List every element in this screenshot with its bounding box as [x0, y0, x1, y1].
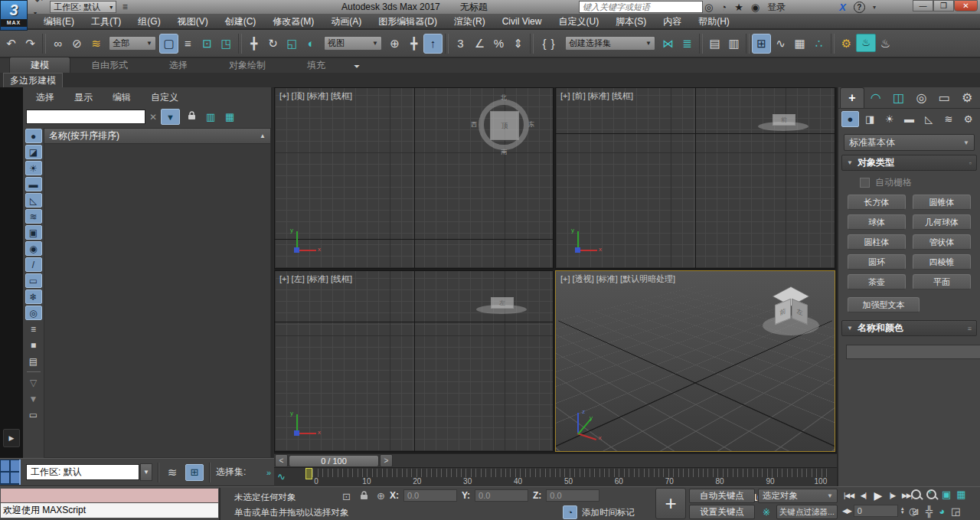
name-color-rollout-header[interactable]: ▼ 名称和颜色 ≡ [841, 320, 977, 336]
next-frame-button[interactable]: |▶ [886, 489, 899, 502]
container-icon[interactable]: ▭ [25, 407, 42, 422]
select-by-name-icon[interactable]: ≡ [178, 34, 198, 54]
orbit-icon[interactable]: ◕ [939, 505, 945, 517]
viewport-left-label[interactable]: [+] [左] [标准] [线框] [279, 273, 352, 285]
user-icon[interactable]: ◉ [751, 2, 760, 13]
toolbar-separator[interactable] [831, 34, 835, 54]
menu-item[interactable]: 脚本(S) [607, 14, 655, 29]
primitive-button[interactable]: 圆锥体 [913, 195, 971, 210]
primitive-button[interactable]: 球体 [848, 214, 906, 230]
set-keys-button[interactable]: + [655, 488, 686, 519]
frame-spinner[interactable]: ▲▼ [900, 507, 905, 515]
named-selection-dropdown[interactable]: 创建选择集▼ [565, 36, 655, 51]
display-influences-icon[interactable]: ▤ [25, 354, 42, 368]
ribbon-tab[interactable]: 建模 [9, 57, 70, 73]
redo-icon[interactable]: ↷ [21, 34, 40, 54]
align-icon[interactable]: ≣ [678, 34, 697, 54]
render-setup-icon[interactable]: ⚙ [837, 34, 856, 54]
tab-modify[interactable]: ◠ [864, 87, 887, 108]
workspace-dropdown-arrow[interactable]: ▼ [140, 463, 152, 481]
toolbar-separator[interactable] [445, 34, 449, 54]
curve-editor-icon[interactable]: ∿ [771, 34, 790, 54]
cat-helpers-icon[interactable]: ◺ [920, 111, 938, 127]
ribbon-tab[interactable]: 对象绘制 [208, 57, 286, 73]
cat-shapes-icon[interactable]: ◨ [861, 111, 879, 127]
zoom-icon[interactable] [911, 489, 921, 499]
bind-spacewarp-icon[interactable]: ≋ [87, 34, 106, 54]
percent-snap-icon[interactable]: % [489, 34, 508, 54]
primitive-button[interactable]: 茶壶 [848, 274, 906, 289]
3dsmax-logo-icon[interactable]: 3 MAX [0, 0, 28, 31]
viewport-perspective[interactable]: [+] [透视] [标准] [默认明暗处理] 前 左 z x y [555, 270, 835, 452]
viewport-perspective-label[interactable]: [+] [透视] [标准] [默认明暗处理] [560, 273, 675, 285]
material-editor-icon[interactable]: ∴ [809, 34, 828, 54]
play-button[interactable]: ▶ [871, 489, 884, 502]
primitive-button[interactable]: 圆柱体 [848, 234, 906, 250]
layer-manager-icon[interactable]: ≋ [165, 466, 180, 479]
minimize-button[interactable]: — [913, 0, 933, 11]
zoom-extents-icon[interactable]: ▣ [942, 489, 951, 500]
display-children-icon[interactable]: ≡ [25, 322, 42, 336]
sync-selection-icon[interactable]: ▦ [222, 111, 237, 123]
key-mode-toggle-icon[interactable]: ◀▶ [842, 507, 851, 515]
cat-spacewarps-icon[interactable]: ≋ [940, 111, 958, 127]
menu-item[interactable]: 编辑(E) [35, 14, 83, 29]
window-crossing-icon[interactable]: ◳ [217, 34, 236, 54]
zoom-extents-all-icon[interactable]: ▦ [956, 489, 965, 500]
primitive-button[interactable]: 管状体 [913, 234, 971, 250]
mirror-icon[interactable]: ⋈ [658, 34, 678, 54]
unlink-icon[interactable]: ⊘ [67, 34, 87, 54]
toolbar-separator[interactable] [699, 34, 703, 54]
absolute-mode-icon[interactable]: ⊕ [377, 490, 385, 502]
clear-search-icon[interactable]: ✕ [149, 112, 157, 123]
select-scale-icon[interactable]: ◱ [283, 34, 302, 54]
viewcube-top-face[interactable]: 顶 [490, 111, 519, 140]
display-frozen-icon[interactable]: ❄ [25, 289, 42, 304]
display-geometry-icon[interactable]: ● [25, 129, 42, 143]
maximize-viewport-icon[interactable]: ◲ [951, 505, 960, 517]
scene-explorer-toggle-icon[interactable]: ⊞ [185, 464, 204, 481]
cat-lights-icon[interactable]: ☀ [880, 111, 898, 127]
maxscript-mini-listener[interactable]: 欢迎使用 MAXScript [0, 488, 220, 520]
toolbar-separator[interactable] [530, 34, 534, 54]
rollout-menu-icon[interactable]: ≡ [968, 325, 972, 332]
primitive-button[interactable]: 圆环 [848, 254, 906, 270]
pick-parent-icon[interactable]: ▥ [203, 111, 218, 123]
viewcube[interactable]: 前 [758, 111, 812, 134]
key-filters-button[interactable]: 关键点过滤器... [776, 505, 838, 519]
menu-item[interactable]: 组(G) [129, 14, 168, 29]
primitive-button[interactable]: 四棱锥 [913, 254, 971, 270]
pan-icon[interactable]: ╬ [926, 505, 933, 517]
search-communities-icon[interactable]: ◎ [704, 2, 713, 13]
display-groups-icon[interactable]: ▣ [25, 225, 42, 240]
explorer-menu-item[interactable]: 编辑 [103, 90, 141, 105]
current-frame-field[interactable]: 0 [854, 505, 898, 517]
menu-item[interactable]: 渲染(R) [446, 14, 494, 29]
undo-icon[interactable]: ↶ [32, 0, 46, 7]
ribbon-subtab-polymodeling[interactable]: 多边形建模 [3, 73, 63, 88]
spinner-snap-icon[interactable]: ⇕ [508, 34, 528, 54]
name-column-header[interactable]: 名称(按升序排序) ▲ [44, 128, 271, 144]
primitive-category-dropdown[interactable]: 标准基本体▼ [844, 134, 975, 151]
zoom-all-icon[interactable] [926, 489, 936, 499]
object-type-rollout-header[interactable]: ▼ 对象类型 ▫ [841, 155, 977, 171]
display-selection-icon[interactable]: ■ [25, 338, 42, 352]
scene-list-rows[interactable] [44, 144, 271, 458]
primitive-button[interactable]: 几何球体 [913, 214, 971, 230]
selection-lock-icon[interactable] [360, 491, 368, 502]
key-mode-dropdown[interactable]: 选定对象▼ [758, 489, 838, 503]
explorer-menu-item[interactable]: 选择 [26, 90, 64, 105]
menu-item[interactable]: 工具(T) [83, 14, 129, 29]
x-coordinate-field[interactable]: 0.0 [403, 489, 457, 502]
icon-divider[interactable] [27, 371, 41, 372]
angle-snap-icon[interactable]: ∠ [470, 34, 489, 54]
toolbar-overflow-icon[interactable]: ≡ [118, 1, 132, 13]
display-lights-icon[interactable]: ☀ [25, 161, 42, 175]
object-name-input[interactable] [846, 345, 980, 359]
sort-ascending-icon[interactable]: ▲ [260, 132, 266, 139]
primitive-button[interactable]: 平面 [913, 274, 971, 289]
rect-selection-region-icon[interactable]: ⊡ [198, 34, 217, 54]
menu-item[interactable]: 帮助(H) [690, 14, 738, 29]
search-input[interactable] [579, 1, 703, 13]
ribbon-tab[interactable]: 选择 [149, 57, 208, 73]
